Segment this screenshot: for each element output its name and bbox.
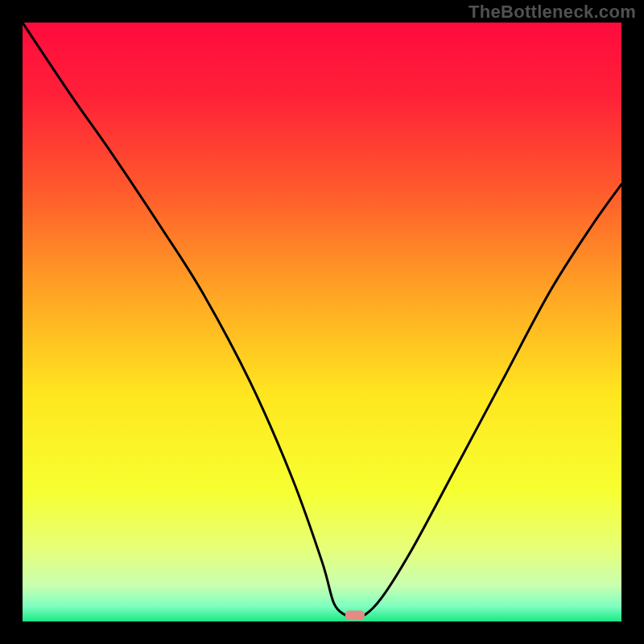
- chart-svg: [23, 23, 621, 621]
- gradient-background: [23, 23, 621, 621]
- chart-frame: TheBottleneck.com: [0, 0, 644, 644]
- watermark-text: TheBottleneck.com: [469, 2, 636, 23]
- plot-area: [23, 23, 621, 621]
- minimum-marker: [345, 611, 365, 621]
